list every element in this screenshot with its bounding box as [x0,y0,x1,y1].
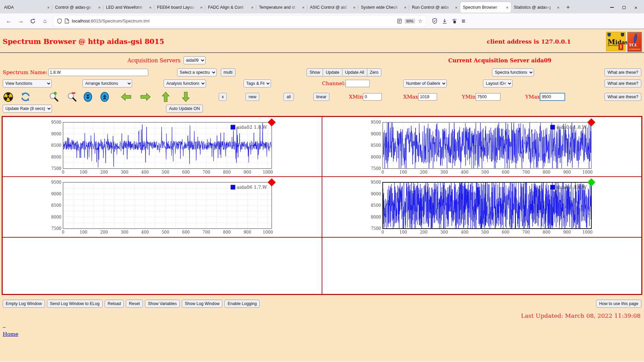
tab-fadc-align[interactable]: FADC Align & Cont× [205,2,256,13]
tab-close-icon[interactable]: × [353,5,356,10]
tab-close-icon[interactable]: × [404,5,407,10]
x-axis-button[interactable]: x [219,93,227,101]
reload-button[interactable]: Reload [105,300,124,308]
update-all-button[interactable]: Update All [342,68,367,76]
zero-button[interactable]: Zero [367,68,382,76]
view-functions-dropdown[interactable]: View functions [3,79,52,87]
acquisition-server-select[interactable]: aida09 [183,56,206,64]
tab-control[interactable]: Control @ aidas-gs× [52,2,103,13]
spectrum-chart-aida02[interactable]: 7500800085009000950001002003004005006007… [48,118,276,176]
what-are-these-button-2[interactable]: What are these? [604,79,641,87]
tab-led-waveform[interactable]: LED and Waveform× [103,2,154,13]
gallery-marker-diamond[interactable] [587,118,595,126]
chart-cell-aida04[interactable]: 7500800085009000950001002003004005006007… [322,117,642,177]
new-tab-button[interactable]: + [562,4,574,11]
reload-icon[interactable] [28,16,38,26]
chart-cell-aida08[interactable]: 7500800085009000950001002003004005006007… [322,177,642,237]
what-are-these-button-1[interactable]: What are these? [604,68,641,76]
ymax-input[interactable] [540,93,565,101]
tab-run-control[interactable]: Run Control @ aida× [409,2,460,13]
zoom-in-icon[interactable] [48,92,59,102]
tab-asic-control[interactable]: ASIC Control @ aid× [307,2,358,13]
forward-icon[interactable]: → [15,16,26,26]
window-maximize-button[interactable] [623,6,626,9]
home-icon[interactable]: ⌂ [40,16,50,26]
xmax-input[interactable] [418,93,437,101]
scroll-down-icon[interactable] [83,92,93,102]
spectrum-chart-aida06[interactable]: 7500800085009000950001002003004005006007… [48,178,276,237]
reset-button[interactable]: Reset [126,300,143,308]
tab-close-icon[interactable]: × [47,5,50,10]
update-button[interactable]: Update [323,68,342,76]
tab-system-checks[interactable]: System wide Check× [358,2,409,13]
menu-hamburger-icon[interactable]: ≡ [462,17,465,25]
empty-log-window-button[interactable]: Empty Log Window [3,300,45,308]
all-button[interactable]: all [283,93,294,101]
reader-mode-icon[interactable] [397,19,402,23]
multi-button[interactable]: multi [221,68,235,76]
xmin-input[interactable] [363,93,382,101]
zoom-level-badge[interactable]: 90% [405,18,415,24]
number-of-galleries-dropdown[interactable]: Number of Galleries [403,79,447,87]
refresh-icon[interactable] [20,92,31,102]
radiation-icon[interactable] [3,92,13,102]
gallery-marker-diamond[interactable] [587,178,595,186]
linear-button[interactable]: linear [313,93,330,101]
how-to-use-this-page-button[interactable]: How to use this page [596,300,641,308]
scroll-up-icon[interactable] [99,92,110,102]
spectrum-name-input[interactable] [48,69,148,76]
tab-close-icon[interactable]: × [200,5,203,10]
arrow-up-icon[interactable] [160,92,171,102]
tags-and-fits-dropdown[interactable]: Tags & Fits [244,79,271,87]
spectrum-chart-aida08[interactable]: 7500800085009000950001002003004005006007… [368,178,596,237]
protections-shield-icon[interactable] [432,18,437,24]
tab-close-icon[interactable]: × [302,5,305,10]
url-bar[interactable]: localhost:8015/Spectrum/Spectrum.tml 90%… [54,16,426,26]
arrow-down-icon[interactable] [180,92,191,102]
chart-cell-aida06[interactable]: 7500800085009000950001002003004005006007… [2,177,322,237]
arrange-functions-dropdown[interactable]: Arrange functions [83,79,132,87]
auto-update-button[interactable]: Auto Update ON [166,105,203,113]
back-icon[interactable]: ← [3,16,14,26]
tab-close-icon[interactable]: × [557,5,559,10]
bookmark-star-icon[interactable]: ☆ [418,18,423,24]
channel-input[interactable] [345,80,370,87]
layout-id-dropdown[interactable]: Layout ID=8 [483,79,513,87]
analysis-functions-dropdown[interactable]: Analysis functions [164,79,206,87]
home-link[interactable]: Home [3,331,18,337]
tab-aida[interactable]: AIDA× [1,2,52,13]
tab-close-icon[interactable]: × [455,5,458,10]
spectra-functions-dropdown[interactable]: Spectra functions [492,68,534,76]
gallery-marker-diamond[interactable] [268,118,276,126]
tab-close-icon[interactable]: × [98,5,101,10]
new-button[interactable]: new [246,93,259,101]
arrow-left-icon[interactable] [121,92,131,102]
chart-cell-aida02[interactable]: 7500800085009000950001002003004005006007… [2,117,322,177]
zoom-out-icon[interactable] [66,92,77,102]
window-close-button[interactable]: × [634,5,637,10]
arrow-right-icon[interactable] [140,92,151,102]
shield-icon[interactable] [57,18,62,24]
show-variables-button[interactable]: Show Variables [145,300,180,308]
update-rate-dropdown[interactable]: Update Rate (8 secs) [3,105,52,113]
tab-close-icon[interactable]: × [251,5,254,10]
what-are-these-button-3[interactable]: What are these? [604,93,641,101]
tab-close-icon[interactable]: × [149,5,152,10]
send-log-window-to-elog-button[interactable]: Send Log Window to ELog [47,300,103,308]
tab-temperature[interactable]: Temperature and st× [256,2,307,13]
tab-statistics[interactable]: Statistics @ aidas-g× [511,2,562,13]
tab-close-icon[interactable]: × [506,5,508,10]
show-button[interactable]: Show [307,68,323,76]
tab-fee64-layout[interactable]: FEE64 board Layou× [154,2,205,13]
spectrum-chart-aida04[interactable]: 7500800085009000950001002003004005006007… [368,118,596,176]
gnome-footprint-icon[interactable] [452,18,457,24]
window-minimize-button[interactable] [610,7,614,8]
downloads-icon[interactable] [442,18,447,24]
select-a-spectrum-dropdown[interactable]: Select a spectrum [177,68,217,76]
page-info-icon[interactable] [65,18,69,23]
enable-logging-button[interactable]: Enable Logging [224,300,260,308]
show-log-window-button[interactable]: Show Log Window [182,300,223,308]
tab-spectrum-browser[interactable]: Spectrum Browser× [460,2,511,13]
ymin-input[interactable] [476,93,500,101]
gallery-marker-diamond[interactable] [268,178,276,186]
